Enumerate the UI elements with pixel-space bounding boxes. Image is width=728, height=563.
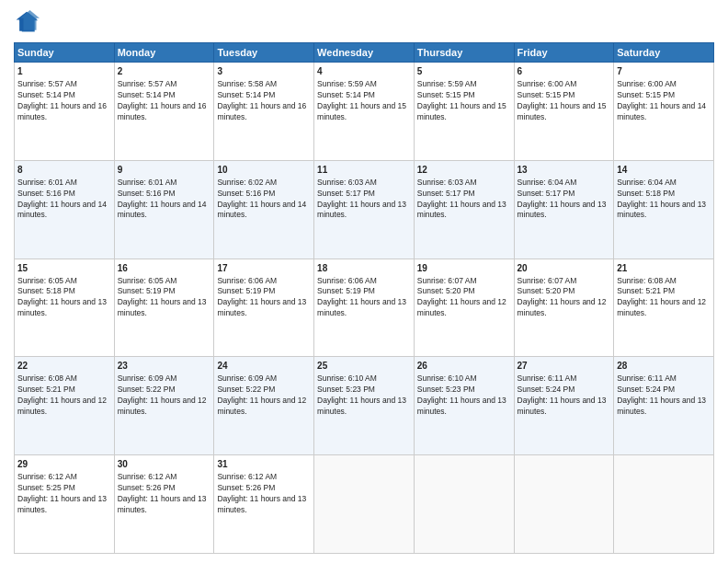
sunset-label: Sunset: 5:19 PM — [118, 286, 176, 295]
daylight-label: Daylight: 11 hours and 16 minutes. — [118, 101, 207, 121]
sunrise-label: Sunrise: 6:08 AM — [17, 373, 77, 383]
daylight-label: Daylight: 11 hours and 14 minutes. — [118, 200, 207, 220]
sunrise-label: Sunrise: 6:11 AM — [518, 373, 577, 383]
col-header-monday: Monday — [114, 43, 214, 63]
calendar-cell: 19Sunrise: 6:07 AMSunset: 5:20 PMDayligh… — [414, 259, 514, 357]
calendar-cell: 26Sunrise: 6:10 AMSunset: 5:23 PMDayligh… — [414, 357, 514, 455]
sunrise-label: Sunrise: 6:01 AM — [118, 178, 177, 187]
sunrise-label: Sunrise: 6:07 AM — [518, 276, 577, 285]
sunset-label: Sunset: 5:15 PM — [518, 90, 575, 99]
calendar-week-row: 22Sunrise: 6:08 AMSunset: 5:21 PMDayligh… — [15, 357, 714, 455]
sunset-label: Sunset: 5:14 PM — [217, 90, 275, 99]
calendar-cell: 2Sunrise: 5:57 AMSunset: 5:14 PMDaylight… — [114, 63, 214, 161]
calendar-cell: 20Sunrise: 6:07 AMSunset: 5:20 PMDayligh… — [514, 259, 614, 357]
sunrise-label: Sunrise: 5:58 AM — [217, 79, 277, 88]
sunset-label: Sunset: 5:26 PM — [118, 483, 176, 492]
sunset-label: Sunset: 5:21 PM — [17, 385, 75, 394]
calendar-cell — [514, 455, 614, 554]
sunset-label: Sunset: 5:17 PM — [518, 189, 575, 198]
page: SundayMondayTuesdayWednesdayThursdayFrid… — [0, 0, 728, 563]
sunrise-label: Sunrise: 6:04 AM — [518, 178, 577, 187]
col-header-thursday: Thursday — [414, 43, 514, 63]
day-number: 4 — [317, 65, 411, 78]
sunrise-label: Sunrise: 5:57 AM — [118, 79, 177, 88]
day-number: 3 — [217, 65, 311, 78]
calendar-cell: 29Sunrise: 6:12 AMSunset: 5:25 PMDayligh… — [15, 455, 115, 554]
logo — [14, 9, 43, 35]
sunset-label: Sunset: 5:22 PM — [118, 385, 176, 394]
daylight-label: Daylight: 11 hours and 13 minutes. — [317, 297, 406, 317]
daylight-label: Daylight: 11 hours and 14 minutes. — [617, 101, 706, 121]
daylight-label: Daylight: 11 hours and 12 minutes. — [17, 396, 107, 416]
daylight-label: Daylight: 11 hours and 12 minutes. — [118, 396, 207, 416]
daylight-label: Daylight: 11 hours and 13 minutes. — [518, 396, 607, 416]
day-number: 21 — [617, 262, 711, 275]
day-number: 20 — [518, 262, 611, 275]
calendar-cell: 4Sunrise: 5:59 AMSunset: 5:14 PMDaylight… — [314, 63, 415, 161]
sunset-label: Sunset: 5:25 PM — [17, 483, 75, 492]
daylight-label: Daylight: 11 hours and 13 minutes. — [17, 297, 107, 317]
day-number: 18 — [317, 262, 411, 275]
day-number: 12 — [417, 164, 511, 177]
sunrise-label: Sunrise: 6:01 AM — [17, 178, 77, 187]
sunrise-label: Sunrise: 6:12 AM — [118, 472, 177, 481]
calendar-cell: 23Sunrise: 6:09 AMSunset: 5:22 PMDayligh… — [114, 357, 214, 455]
daylight-label: Daylight: 11 hours and 13 minutes. — [617, 396, 706, 416]
daylight-label: Daylight: 11 hours and 13 minutes. — [17, 494, 107, 514]
sunset-label: Sunset: 5:21 PM — [617, 286, 675, 295]
daylight-label: Daylight: 11 hours and 14 minutes. — [217, 200, 306, 220]
daylight-label: Daylight: 11 hours and 15 minutes. — [317, 101, 406, 121]
calendar-cell: 22Sunrise: 6:08 AMSunset: 5:21 PMDayligh… — [15, 357, 115, 455]
day-number: 25 — [317, 360, 411, 373]
sunrise-label: Sunrise: 6:12 AM — [17, 472, 77, 481]
sunrise-label: Sunrise: 6:03 AM — [317, 178, 377, 187]
daylight-label: Daylight: 11 hours and 12 minutes. — [617, 297, 706, 317]
day-number: 8 — [17, 164, 111, 177]
day-number: 22 — [17, 360, 111, 373]
daylight-label: Daylight: 11 hours and 13 minutes. — [417, 396, 506, 416]
calendar-cell: 5Sunrise: 5:59 AMSunset: 5:15 PMDaylight… — [414, 63, 514, 161]
day-number: 1 — [17, 65, 111, 78]
calendar-cell: 11Sunrise: 6:03 AMSunset: 5:17 PMDayligh… — [314, 160, 415, 259]
calendar-week-row: 1Sunrise: 5:57 AMSunset: 5:14 PMDaylight… — [15, 63, 714, 161]
daylight-label: Daylight: 11 hours and 14 minutes. — [17, 200, 107, 220]
calendar-cell: 28Sunrise: 6:11 AMSunset: 5:24 PMDayligh… — [614, 357, 714, 455]
daylight-label: Daylight: 11 hours and 13 minutes. — [118, 494, 207, 514]
sunset-label: Sunset: 5:19 PM — [217, 286, 275, 295]
calendar-cell: 16Sunrise: 6:05 AMSunset: 5:19 PMDayligh… — [114, 259, 214, 357]
daylight-label: Daylight: 11 hours and 16 minutes. — [17, 101, 107, 121]
daylight-label: Daylight: 11 hours and 13 minutes. — [217, 494, 306, 514]
day-number: 6 — [518, 65, 611, 78]
daylight-label: Daylight: 11 hours and 13 minutes. — [417, 200, 506, 220]
calendar-cell: 17Sunrise: 6:06 AMSunset: 5:19 PMDayligh… — [214, 259, 314, 357]
sunset-label: Sunset: 5:23 PM — [417, 385, 475, 394]
sunset-label: Sunset: 5:18 PM — [17, 286, 75, 295]
calendar-cell: 21Sunrise: 6:08 AMSunset: 5:21 PMDayligh… — [614, 259, 714, 357]
calendar-cell: 9Sunrise: 6:01 AMSunset: 5:16 PMDaylight… — [114, 160, 214, 259]
sunrise-label: Sunrise: 6:00 AM — [518, 79, 577, 88]
sunrise-label: Sunrise: 6:12 AM — [217, 472, 277, 481]
sunset-label: Sunset: 5:22 PM — [217, 385, 275, 394]
sunset-label: Sunset: 5:18 PM — [617, 189, 675, 198]
sunrise-label: Sunrise: 6:07 AM — [417, 276, 477, 285]
daylight-label: Daylight: 11 hours and 15 minutes. — [417, 101, 506, 121]
sunset-label: Sunset: 5:26 PM — [217, 483, 275, 492]
calendar-cell: 14Sunrise: 6:04 AMSunset: 5:18 PMDayligh… — [614, 160, 714, 259]
day-number: 27 — [518, 360, 611, 373]
day-number: 31 — [217, 458, 311, 471]
sunrise-label: Sunrise: 6:05 AM — [118, 276, 177, 285]
sunrise-label: Sunrise: 5:59 AM — [417, 79, 477, 88]
calendar-cell — [614, 455, 714, 554]
daylight-label: Daylight: 11 hours and 12 minutes. — [518, 297, 607, 317]
daylight-label: Daylight: 11 hours and 13 minutes. — [118, 297, 207, 317]
day-number: 30 — [118, 458, 211, 471]
day-number: 13 — [518, 164, 611, 177]
day-number: 23 — [118, 360, 211, 373]
sunset-label: Sunset: 5:20 PM — [518, 286, 575, 295]
sunrise-label: Sunrise: 6:11 AM — [617, 373, 677, 383]
calendar-week-row: 8Sunrise: 6:01 AMSunset: 5:16 PMDaylight… — [15, 160, 714, 259]
calendar-week-row: 29Sunrise: 6:12 AMSunset: 5:25 PMDayligh… — [15, 455, 714, 554]
calendar-cell: 8Sunrise: 6:01 AMSunset: 5:16 PMDaylight… — [15, 160, 115, 259]
sunrise-label: Sunrise: 6:10 AM — [417, 373, 477, 383]
daylight-label: Daylight: 11 hours and 12 minutes. — [217, 396, 306, 416]
